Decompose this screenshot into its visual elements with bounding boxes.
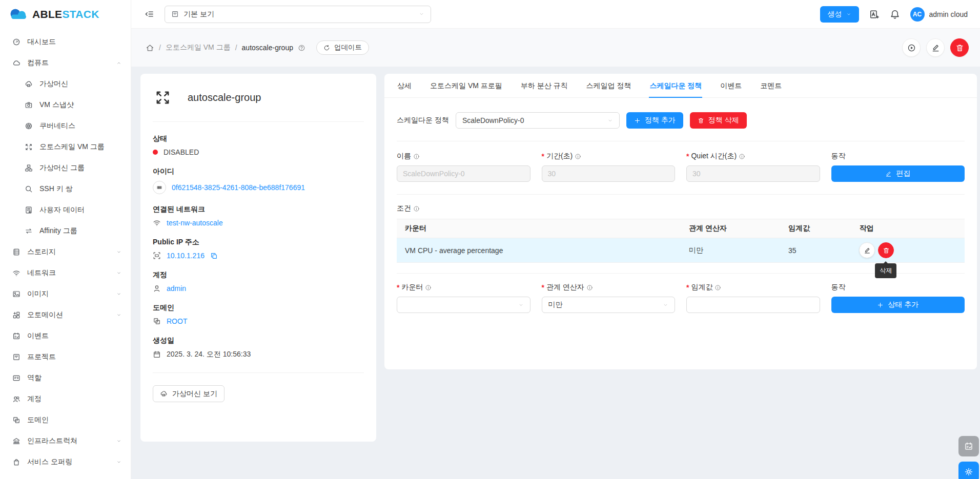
operator-select[interactable]: 미만	[542, 297, 676, 313]
sidebar-item-label: 역할	[27, 373, 42, 383]
tab-scaleup-policy[interactable]: 스케일업 정책	[586, 74, 632, 97]
required-asterisk: *	[397, 283, 399, 291]
condition-operator-cell: 미만	[681, 238, 780, 263]
sidebar-item-role[interactable]: 역할	[0, 367, 131, 388]
duration-input	[542, 165, 676, 182]
overview-value-text[interactable]: test-nw-autoscale	[167, 219, 223, 227]
conditions-column-header: 카운터	[397, 219, 681, 238]
create-button[interactable]: 생성	[820, 6, 859, 23]
sidebar-item-event[interactable]: 이벤트	[0, 325, 131, 346]
overview-field-value: DISABLED	[153, 148, 364, 156]
calendar-check-icon	[964, 442, 973, 451]
delete-condition-button[interactable]	[878, 242, 894, 258]
cloud-icon	[12, 59, 21, 67]
sidebar-item-compute[interactable]: 컴퓨트	[0, 52, 131, 73]
sidebar-item-label: 가상머신 그룹	[39, 163, 85, 173]
search-icon	[25, 185, 33, 193]
info-icon	[586, 284, 593, 291]
overview-field-network: 연결된 네트워크test-nw-autoscale	[153, 205, 364, 227]
overview-field-label: 계정	[153, 270, 364, 280]
sidebar-item-vm-group[interactable]: 가상머신 그룹	[0, 157, 131, 178]
tab-lb-rules[interactable]: 부하 분산 규칙	[520, 74, 568, 97]
field-counter: *카운터	[397, 283, 530, 313]
info-icon	[714, 284, 721, 291]
overview-value-text[interactable]: 10.10.1.216	[167, 252, 205, 260]
sidebar-item-domain[interactable]: 도메인	[0, 409, 131, 430]
info-icon	[739, 153, 745, 160]
sidebar-item-network[interactable]: 네트워크	[0, 262, 131, 283]
sidebar-item-label: SSH 키 쌍	[39, 184, 73, 194]
sidebar-item-storage[interactable]: 스토리지	[0, 241, 131, 262]
tab-scaledown-policy[interactable]: 스케일다운 정책	[649, 74, 702, 97]
sidebar-item-label: 인프라스트럭쳐	[27, 436, 77, 446]
user-menu[interactable]: AC admin cloud	[910, 7, 968, 22]
scaledown-policy-panel: 스케일다운 정책 ScaleDownPolicy-0 정책 추가 정책 삭제	[384, 98, 977, 369]
enable-autoscale-button[interactable]	[902, 38, 921, 57]
overview-field-label: Public IP 주소	[153, 238, 364, 247]
remove-policy-button[interactable]: 정책 삭제	[690, 112, 747, 129]
language-icon[interactable]	[869, 9, 880, 19]
tab-autoscale-vm-profile[interactable]: 오토스케일 VM 프로필	[430, 74, 503, 97]
view-vms-button[interactable]: 가상머신 보기	[153, 385, 224, 402]
sidebar-item-affinity-group[interactable]: Affinity 그룹	[0, 220, 131, 241]
sidebar-item-autoscale-vm-group[interactable]: 오토스케일 VM 그룹	[0, 136, 131, 157]
sidebar-item-ssh-keypair[interactable]: SSH 키 쌍	[0, 178, 131, 199]
condition-threshold-cell: 35	[780, 238, 851, 263]
tab-events[interactable]: 이벤트	[720, 74, 742, 97]
sidebar-item-image[interactable]: 이미지	[0, 283, 131, 304]
status-dot	[153, 150, 158, 155]
gauge-icon	[12, 38, 21, 46]
field-label-text: 관계 연산자	[546, 283, 584, 292]
delete-resource-button[interactable]	[950, 38, 969, 57]
sidebar-item-vm-snapshot[interactable]: VM 스냅샷	[0, 94, 131, 115]
main-area: 기본 보기 생성 AC admin cloud / 오토스케일 VM 그룹 / …	[131, 0, 980, 479]
conditions-column-header: 관계 연산자	[681, 219, 780, 238]
info-icon	[413, 153, 420, 160]
home-icon[interactable]	[146, 44, 154, 52]
sidebar-item-project[interactable]: 프로젝트	[0, 346, 131, 367]
edit-condition-button[interactable]	[859, 242, 875, 258]
sidebar-item-user-data[interactable]: 사용자 데이터	[0, 199, 131, 220]
tab-details[interactable]: 상세	[397, 74, 412, 97]
edit-policy-button[interactable]: 편집	[831, 165, 965, 182]
file-user-icon	[25, 206, 33, 214]
sidebar-item-label: 네트워크	[27, 268, 56, 278]
sidebar-item-label: 도메인	[27, 415, 49, 425]
notifications-bell-icon[interactable]	[890, 9, 900, 19]
update-button[interactable]: 업데이트	[316, 40, 369, 55]
tab-comments[interactable]: 코멘트	[760, 74, 782, 97]
overview-fields: 상태DISABLED아이디0f621548-3825-4261-808e-be6…	[153, 134, 364, 359]
field-label-quiet-time: *Quiet 시간(초)	[686, 152, 820, 161]
cluster-icon	[25, 164, 33, 172]
sidebar-item-automation[interactable]: 오토메이션	[0, 304, 131, 325]
sidebar-item-dashboard[interactable]: 대시보드	[0, 31, 131, 52]
sidebar-item-account[interactable]: 계정	[0, 388, 131, 409]
edit-resource-button[interactable]	[926, 38, 945, 57]
sidebar-item-vm[interactable]: 가상머신	[0, 73, 131, 94]
field-operator: *관계 연산자미만	[542, 283, 676, 313]
settings-fab[interactable]	[958, 462, 979, 479]
add-policy-button[interactable]: 정책 추가	[626, 112, 683, 129]
sidebar-item-infrastructure[interactable]: 인프라스트럭쳐	[0, 430, 131, 451]
sidebar-item-kubernetes[interactable]: 쿠버네티스	[0, 115, 131, 136]
help-icon[interactable]	[298, 44, 305, 52]
event-log-fab[interactable]	[958, 436, 979, 456]
overview-value-text[interactable]: 0f621548-3825-4261-808e-be688f176691	[172, 183, 305, 192]
sidebar-collapse-icon[interactable]	[145, 9, 154, 19]
overview-value-text[interactable]: ROOT	[167, 317, 187, 325]
breadcrumb-parent-link[interactable]: 오토스케일 VM 그룹	[166, 43, 231, 52]
view-select[interactable]: 기본 보기	[165, 6, 431, 23]
add-condition-button[interactable]: 상태 추가	[831, 297, 965, 313]
sidebar: ABLESTACK 대시보드컴퓨트가상머신VM 스냅샷쿠버네티스오토스케일 VM…	[0, 0, 131, 479]
sidebar-item-service-offering[interactable]: 서비스 오퍼링	[0, 451, 131, 472]
threshold-input[interactable]	[686, 297, 820, 313]
policy-select[interactable]: ScaleDownPolicy-0	[456, 112, 620, 129]
counter-select[interactable]	[397, 297, 530, 313]
overview-value-text[interactable]: admin	[167, 284, 186, 293]
barcode-icon	[153, 181, 166, 194]
blocks-icon	[153, 317, 161, 325]
view-select-value: 기본 보기	[183, 10, 214, 19]
field-threshold: *임계값	[686, 283, 820, 313]
copy-icon[interactable]	[210, 252, 218, 260]
info-icon	[425, 284, 432, 291]
